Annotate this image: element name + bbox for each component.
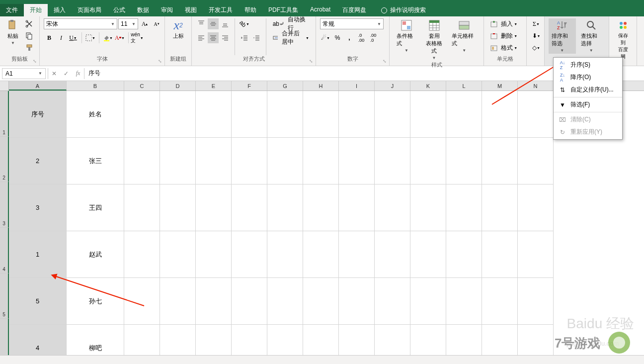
align-left-button[interactable] <box>196 32 207 43</box>
cell-G4[interactable] <box>267 231 303 278</box>
cell-J2[interactable] <box>375 138 410 184</box>
autosum-button[interactable]: Σ▼ <box>531 18 542 29</box>
increase-indent-button[interactable] <box>251 32 262 43</box>
cell-E5[interactable] <box>196 278 232 325</box>
cell-K3[interactable] <box>410 184 446 231</box>
confirm-fx-button[interactable]: ✓ <box>60 68 72 79</box>
cell-M1[interactable] <box>482 91 518 138</box>
font-name-combo[interactable]: 宋体▼ <box>44 18 117 29</box>
cell-H3[interactable] <box>303 184 339 231</box>
cell-D3[interactable] <box>160 184 196 231</box>
cell-L2[interactable] <box>446 138 482 184</box>
cell-A5[interactable]: 5 <box>9 278 67 325</box>
cell-E3[interactable] <box>196 184 232 231</box>
tab-review[interactable]: 审阅 <box>155 4 179 16</box>
cell-M5[interactable] <box>482 278 518 325</box>
col-header-N[interactable]: N <box>518 81 554 91</box>
cell-J4[interactable] <box>375 231 410 278</box>
underline-button[interactable]: U▼ <box>68 32 79 43</box>
align-top-button[interactable] <box>196 18 207 29</box>
cell-K4[interactable] <box>410 231 446 278</box>
font-size-combo[interactable]: 11▼ <box>118 18 138 29</box>
cell-L1[interactable] <box>446 91 482 138</box>
italic-button[interactable]: I <box>56 32 67 43</box>
cell-J1[interactable] <box>375 91 410 138</box>
cell-A2[interactable]: 2 <box>9 138 67 184</box>
align-center-button[interactable] <box>208 32 219 43</box>
col-header-A[interactable]: A <box>9 81 67 91</box>
col-header-C[interactable]: C <box>124 81 160 91</box>
cell-D5[interactable] <box>160 278 196 325</box>
cell-E2[interactable] <box>196 138 232 184</box>
cell-I3[interactable] <box>339 184 375 231</box>
cell-N1[interactable] <box>518 91 554 138</box>
row-header-4[interactable]: 4 <box>0 228 9 273</box>
fill-button[interactable]: ⬇▼ <box>531 30 542 41</box>
col-header-B[interactable]: B <box>67 81 124 91</box>
cell-style-button[interactable]: 单元格样式▼ <box>449 18 480 54</box>
col-header-I[interactable]: I <box>339 81 375 91</box>
cell-H4[interactable] <box>303 231 339 278</box>
row-header-2[interactable]: 2 <box>0 137 9 182</box>
table-format-button[interactable]: 套用 表格格式▼ <box>421 18 447 61</box>
tab-baidu[interactable]: 百度网盘 <box>336 4 372 16</box>
decrease-decimal-button[interactable]: .00.0 <box>368 32 379 43</box>
cell-B2[interactable]: 张三 <box>67 138 124 184</box>
cell-L5[interactable] <box>446 278 482 325</box>
clear-button[interactable]: ◇▼ <box>531 42 542 53</box>
wrap-text-button[interactable]: ab⤶ 自动换行 <box>270 18 312 29</box>
filter-item[interactable]: ▼筛选(F) <box>554 98 622 111</box>
cell-J5[interactable] <box>375 278 410 325</box>
cells-area[interactable]: 序号23154姓名张三王四赵武孙七柳吧 <box>9 91 644 364</box>
cell-C1[interactable] <box>124 91 160 138</box>
select-all-corner[interactable] <box>0 81 9 91</box>
tab-dev[interactable]: 开发工具 <box>203 4 239 16</box>
align-right-button[interactable] <box>220 32 231 43</box>
row-header-3[interactable]: 3 <box>0 182 9 228</box>
increase-decimal-button[interactable]: .0.00 <box>356 32 367 43</box>
name-box[interactable]: A1▼ <box>2 68 46 79</box>
cell-H5[interactable] <box>303 278 339 325</box>
increase-font-button[interactable]: A▴ <box>139 18 150 29</box>
phonetic-button[interactable]: wén文▼ <box>132 32 143 43</box>
sort-custom-item[interactable]: ⇅自定义排序(U)... <box>554 84 622 96</box>
percent-button[interactable]: % <box>332 32 343 43</box>
cell-F5[interactable] <box>232 278 267 325</box>
cell-E1[interactable] <box>196 91 232 138</box>
tab-home[interactable]: 开始 <box>24 4 48 16</box>
cell-M4[interactable] <box>482 231 518 278</box>
cell-F4[interactable] <box>232 231 267 278</box>
sort-filter-button[interactable]: AZ排序和筛选▼ <box>549 18 576 54</box>
cut-button[interactable] <box>24 18 35 29</box>
borders-button[interactable]: ▼ <box>85 32 96 43</box>
sort-asc-item[interactable]: A↓Z升序(S) <box>554 59 622 71</box>
cell-N5[interactable] <box>518 278 554 325</box>
tab-pdf[interactable]: PDF工具集 <box>262 4 304 16</box>
fx-button[interactable]: fx <box>72 68 84 79</box>
cell-K2[interactable] <box>410 138 446 184</box>
col-header-E[interactable]: E <box>196 81 232 91</box>
cell-I2[interactable] <box>339 138 375 184</box>
cell-C5[interactable] <box>124 278 160 325</box>
tab-insert[interactable]: 插入 <box>48 4 72 16</box>
cancel-fx-button[interactable]: ✕ <box>48 68 60 79</box>
cell-D2[interactable] <box>160 138 196 184</box>
merge-center-button[interactable]: 合并后居中▼ <box>270 32 312 43</box>
decrease-font-button[interactable]: A▾ <box>151 18 162 29</box>
cell-C3[interactable] <box>124 184 160 231</box>
cell-I1[interactable] <box>339 91 375 138</box>
cell-G3[interactable] <box>267 184 303 231</box>
cell-K1[interactable] <box>410 91 446 138</box>
font-color-button[interactable]: A▼ <box>114 32 125 43</box>
cell-M3[interactable] <box>482 184 518 231</box>
cell-C4[interactable] <box>124 231 160 278</box>
sort-desc-item[interactable]: Z↓A降序(O) <box>554 71 622 84</box>
cell-I4[interactable] <box>339 231 375 278</box>
cell-B4[interactable]: 赵武 <box>67 231 124 278</box>
tab-help[interactable]: 帮助 <box>239 4 262 16</box>
orientation-button[interactable]: ab▼ <box>239 18 250 29</box>
cell-B1[interactable]: 姓名 <box>67 91 124 138</box>
save-baidu-button[interactable]: 保存到 百度网 <box>613 18 633 61</box>
cell-F2[interactable] <box>232 138 267 184</box>
col-header-H[interactable]: H <box>303 81 339 91</box>
